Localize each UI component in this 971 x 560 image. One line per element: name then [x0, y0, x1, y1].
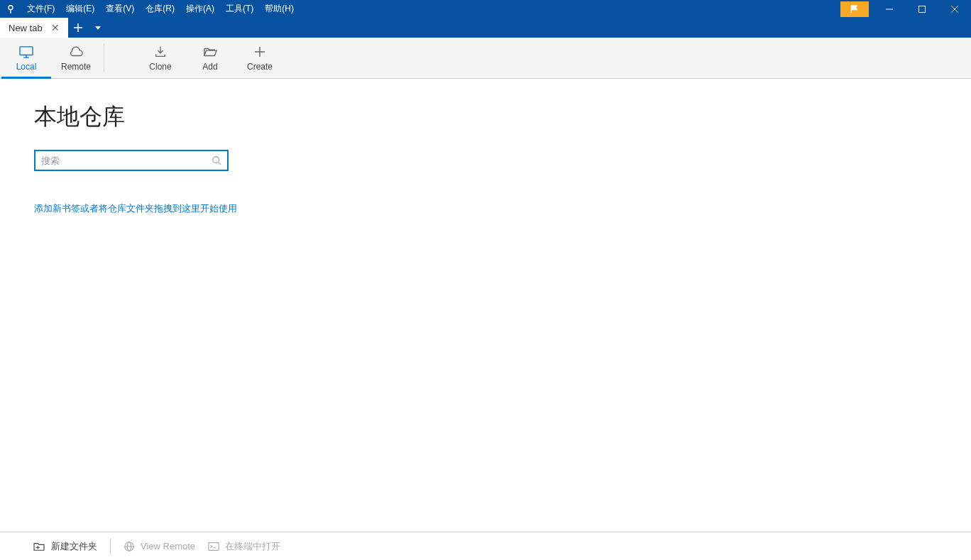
menu-edit[interactable]: 编辑(E) — [60, 0, 100, 18]
statusbar: 新建文件夹 View Remote 在终端中打开 — [0, 532, 971, 560]
svg-rect-3 — [919, 6, 926, 12]
toolbar-create-button[interactable]: Create — [235, 38, 285, 78]
status-open-terminal-button[interactable]: 在终端中打开 — [208, 540, 280, 553]
new-folder-icon — [33, 542, 45, 551]
titlebar: 文件(F) 编辑(E) 查看(V) 仓库(R) 操作(A) 工具(T) 帮助(H… — [0, 0, 971, 18]
svg-point-0 — [9, 5, 13, 9]
toolbar-add-button[interactable]: Add — [185, 38, 235, 78]
tab-label: New tab — [9, 23, 43, 33]
menu-repo[interactable]: 仓库(R) — [140, 0, 180, 18]
svg-rect-20 — [209, 542, 219, 550]
toolbar-clone-label: Clone — [149, 62, 171, 72]
maximize-button[interactable] — [906, 0, 938, 18]
notification-flag-button[interactable] — [840, 1, 869, 17]
menu-help[interactable]: 帮助(H) — [259, 0, 300, 18]
toolbar-separator — [104, 43, 104, 72]
folder-open-icon — [203, 45, 217, 59]
new-tab-button[interactable] — [68, 18, 88, 38]
page-title: 本地仓库 — [34, 101, 937, 133]
status-view-remote-label: View Remote — [141, 541, 195, 551]
close-button[interactable] — [938, 0, 971, 18]
svg-rect-8 — [20, 46, 33, 55]
toolbar-add-label: Add — [202, 62, 217, 72]
cloud-icon — [68, 45, 84, 59]
monitor-icon — [18, 45, 34, 59]
status-open-terminal-label: 在终端中打开 — [225, 540, 280, 553]
search-input[interactable] — [41, 155, 212, 166]
menu-tools[interactable]: 工具(T) — [220, 0, 259, 18]
tabbar: New tab ✕ — [0, 18, 971, 38]
plus-icon — [254, 45, 265, 59]
app-logo-icon — [0, 4, 21, 14]
add-bookmark-hint-link[interactable]: 添加新书签或者将仓库文件夹拖拽到这里开始使用 — [34, 202, 237, 215]
status-new-folder-label: 新建文件夹 — [51, 540, 97, 553]
toolbar-local-label: Local — [16, 62, 37, 72]
toolbar-local-button[interactable]: Local — [1, 38, 51, 78]
toolbar: Local Remote Clone Add Create — [0, 38, 971, 79]
toolbar-remote-button[interactable]: Remote — [51, 38, 101, 78]
toolbar-create-label: Create — [247, 62, 273, 72]
terminal-icon — [208, 542, 219, 551]
main-content: 本地仓库 添加新书签或者将仓库文件夹拖拽到这里开始使用 — [0, 79, 971, 532]
menu-action[interactable]: 操作(A) — [180, 0, 220, 18]
svg-point-13 — [213, 157, 219, 163]
search-box[interactable] — [34, 150, 229, 171]
toolbar-remote-label: Remote — [61, 62, 91, 72]
status-new-folder-button[interactable]: 新建文件夹 — [33, 540, 97, 553]
toolbar-clone-button[interactable]: Clone — [136, 38, 185, 78]
download-icon — [154, 45, 167, 59]
status-separator — [110, 539, 111, 554]
svg-line-14 — [219, 163, 221, 165]
status-view-remote-button[interactable]: View Remote — [124, 541, 195, 552]
globe-icon — [124, 541, 135, 552]
search-icon — [212, 155, 221, 165]
tab-dropdown-button[interactable] — [88, 18, 108, 38]
menu-view[interactable]: 查看(V) — [100, 0, 140, 18]
main-menu: 文件(F) 编辑(E) 查看(V) 仓库(R) 操作(A) 工具(T) 帮助(H… — [21, 0, 300, 18]
tab-new[interactable]: New tab ✕ — [0, 18, 68, 38]
tab-close-icon[interactable]: ✕ — [50, 22, 61, 33]
menu-file[interactable]: 文件(F) — [21, 0, 60, 18]
minimize-button[interactable] — [873, 0, 906, 18]
